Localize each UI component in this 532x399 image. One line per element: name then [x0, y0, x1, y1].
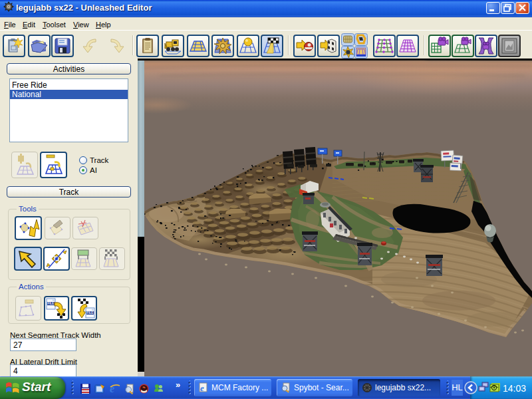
svg-text:FILE: FILE	[87, 311, 94, 315]
svg-text:e: e	[200, 383, 204, 393]
svg-text:e: e	[110, 383, 114, 394]
svg-text:FILE: FILE	[48, 302, 55, 305]
